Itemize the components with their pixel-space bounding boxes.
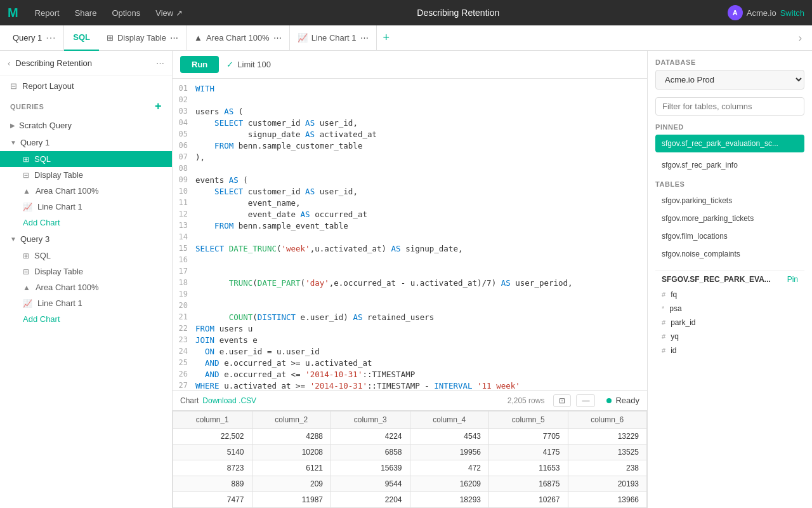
- code-line: 17: [173, 267, 647, 278]
- minimize-table-button[interactable]: —: [576, 394, 595, 407]
- table-cell: 16209: [410, 476, 489, 492]
- add-query-button[interactable]: +: [155, 100, 162, 113]
- query1-area-chart-item[interactable]: ▲ Area Chart 100%: [0, 183, 172, 199]
- query3-display-table-icon: ⊟: [23, 267, 29, 276]
- limit-checkbox-area[interactable]: ✓ Limit 100: [226, 60, 271, 69]
- table-column-header: column_4: [410, 411, 489, 429]
- line-number: 19: [173, 290, 195, 301]
- table-item[interactable]: sfgov.parking_tickets: [655, 192, 804, 210]
- line-number: 25: [173, 358, 195, 370]
- tab-scroll-right[interactable]: ›: [794, 32, 807, 44]
- line-chart-label: Line Chart 1: [311, 33, 357, 43]
- tab-sql[interactable]: SQL: [64, 25, 99, 51]
- nav-view[interactable]: View ↗: [149, 6, 189, 20]
- table-cell: 18293: [410, 492, 489, 508]
- code-line: 10 SELECT customer_id AS user_id,: [173, 187, 647, 198]
- query1-sql-item[interactable]: ⊞ SQL: [0, 151, 172, 167]
- nav-share[interactable]: Share: [69, 6, 103, 20]
- line-number: 04: [173, 118, 195, 130]
- download-link[interactable]: Download .CSV: [202, 396, 256, 405]
- code-line: 18 TRUNC(DATE_PART('day',e.occurred_at -…: [173, 278, 647, 290]
- schema-section: SFGOV.SF_REC_PARK_EVA... Pin #fq*psa#par…: [655, 271, 804, 358]
- code-line: 02: [173, 95, 647, 107]
- query1-line-chart-item[interactable]: 📈 Line Chart 1: [0, 199, 172, 215]
- tab-line-chart[interactable]: 📈 Line Chart 1 ⋯: [290, 25, 377, 51]
- center-panel: Run ✓ Limit 100 01WITH0203users AS (04 S…: [173, 51, 647, 508]
- line-number: 02: [173, 95, 195, 107]
- tables-label: TABLES: [655, 180, 804, 188]
- tab-area-chart[interactable]: ▲ Area Chart 100% ⋯: [187, 25, 290, 51]
- schema-field: #park_id: [655, 316, 804, 330]
- pinned-item[interactable]: sfgov.sf_rec_park_evaluation_sc...: [655, 135, 804, 152]
- field-type-icon: *: [662, 305, 664, 312]
- code-line: 04 SELECT customer_id AS user_id,: [173, 118, 647, 130]
- right-sidebar: Database Acme.io Prod PINNED sfgov.sf_re…: [647, 51, 812, 508]
- query1-header[interactable]: ▼ Query 1: [0, 134, 172, 151]
- line-chart-dots[interactable]: ⋯: [360, 33, 369, 43]
- field-type-icon: #: [662, 319, 665, 326]
- table-cell: 209: [252, 476, 331, 492]
- table-items-list: sfgov.parking_ticketssfgov.more_parking_…: [655, 192, 804, 263]
- query3-display-table-item[interactable]: ⊟ Display Table: [0, 264, 172, 279]
- table-cell: 472: [410, 460, 489, 476]
- tab-display-table[interactable]: ⊞ Display Table ⋯: [99, 25, 187, 51]
- area-chart-dots[interactable]: ⋯: [273, 33, 282, 43]
- table-row: 514010208685819956417513525: [173, 444, 647, 460]
- sidebar-dots[interactable]: ⋯: [156, 58, 164, 68]
- main-layout: ‹ Describing Retention ⋯ ⊟ Report Layout…: [0, 51, 812, 508]
- table-cell: 5140: [173, 444, 252, 460]
- query1-sql-label: SQL: [34, 154, 51, 164]
- chart-link[interactable]: Chart: [180, 396, 199, 405]
- query-tab-1-dots[interactable]: ⋯: [46, 32, 56, 44]
- query3-add-chart[interactable]: Add Chart: [0, 311, 172, 327]
- code-line: 25 AND e.occurred_at >= u.activated_at: [173, 358, 647, 370]
- nav-report[interactable]: Report: [29, 6, 66, 20]
- table-cell: 238: [568, 460, 647, 476]
- run-button[interactable]: Run: [180, 56, 219, 73]
- table-cell: 4175: [489, 444, 568, 460]
- display-table-dots[interactable]: ⋯: [170, 33, 178, 43]
- line-number: 16: [173, 255, 195, 267]
- line-code: event_date AS occurred_at: [195, 210, 647, 221]
- info-item[interactable]: sfgov.sf_rec_park_info: [655, 156, 804, 174]
- table-item[interactable]: sfgov.more_parking_tickets: [655, 210, 804, 227]
- limit-label: Limit 100: [237, 60, 271, 69]
- avatar: A: [728, 5, 743, 20]
- scratch-query-item[interactable]: ▶ Scratch Query: [0, 117, 172, 134]
- database-select[interactable]: Acme.io Prod: [655, 70, 804, 90]
- query1-add-chart[interactable]: Add Chart: [0, 215, 172, 231]
- table-item[interactable]: sfgov.noise_complaints: [655, 245, 804, 263]
- query1-group: ▼ Query 1 ⊞ SQL ⊟ Display Table ▲ Area C…: [0, 134, 172, 231]
- table-item[interactable]: sfgov.film_locations: [655, 227, 804, 245]
- nav-options[interactable]: Options: [105, 6, 147, 20]
- query3-sql-item[interactable]: ⊞ SQL: [0, 248, 172, 264]
- query3-header[interactable]: ▼ Query 3: [0, 231, 172, 248]
- sidebar-collapse-button[interactable]: ‹: [8, 58, 10, 68]
- query1-label: Query 1: [20, 138, 49, 147]
- query-tab-1[interactable]: Query 1 ⋯: [5, 25, 64, 51]
- line-number: 15: [173, 244, 195, 255]
- query1-display-table-label: Display Table: [34, 170, 83, 180]
- line-number: 03: [173, 107, 195, 118]
- query3-display-table-label: Display Table: [34, 267, 83, 276]
- add-tab-button[interactable]: +: [377, 25, 396, 51]
- query1-chevron: ▼: [10, 139, 16, 146]
- query3-area-chart-item[interactable]: ▲ Area Chart 100%: [0, 279, 172, 295]
- line-number: 01: [173, 84, 195, 95]
- code-editor[interactable]: 01WITH0203users AS (04 SELECT customer_i…: [173, 79, 647, 390]
- table-cell: 13229: [568, 429, 647, 444]
- maximize-table-button[interactable]: ⊡: [553, 394, 571, 407]
- switch-link[interactable]: Switch: [780, 8, 804, 18]
- report-layout-item[interactable]: ⊟ Report Layout: [0, 76, 172, 96]
- pin-button[interactable]: Pin: [787, 275, 798, 284]
- filter-input[interactable]: [655, 97, 804, 116]
- query3-line-chart-item[interactable]: 📈 Line Chart 1: [0, 295, 172, 311]
- code-line: 13 FROM benn.sample_event_table: [173, 221, 647, 232]
- query1-line-chart-icon: 📈: [23, 203, 32, 211]
- table-cell: 10208: [252, 444, 331, 460]
- line-number: 24: [173, 347, 195, 358]
- line-number: 18: [173, 278, 195, 290]
- query-tabs-row: Query 1 ⋯ SQL ⊞ Display Table ⋯ ▲ Area C…: [0, 25, 812, 51]
- query1-display-table-item[interactable]: ⊟ Display Table: [0, 167, 172, 183]
- schema-header: SFGOV.SF_REC_PARK_EVA... Pin: [655, 271, 804, 288]
